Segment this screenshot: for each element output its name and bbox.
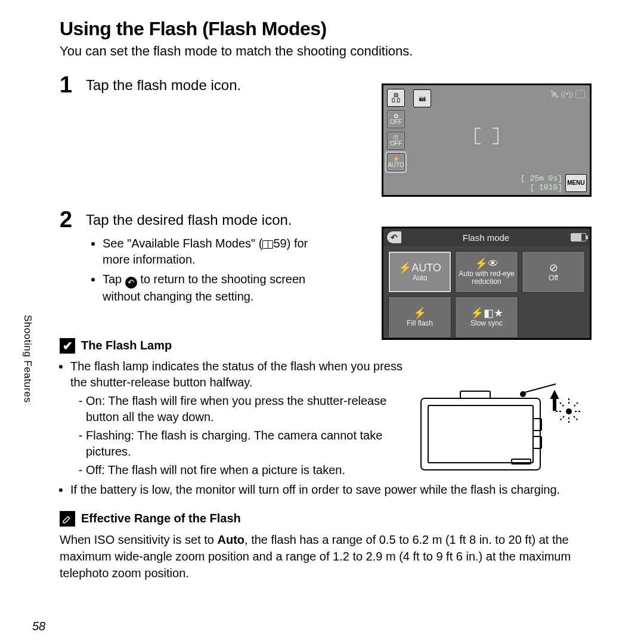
- svg-line-13: [560, 402, 564, 407]
- text: AUTO: [388, 162, 404, 168]
- note-title: Effective Range of the Flash: [81, 512, 241, 525]
- battery-icon: [571, 233, 586, 242]
- label: Auto with red-eye reduction: [457, 270, 516, 285]
- battery-icon: [575, 90, 585, 98]
- note2-paragraph: When ISO sensitivity is set to Auto, the…: [60, 531, 590, 581]
- step-2-heading: Tap the desired flash mode icon.: [86, 212, 590, 228]
- back-icon: ↶: [125, 277, 137, 289]
- self-timer-off-icon[interactable]: ⏱OFF: [387, 132, 405, 150]
- label: Fill flash: [407, 320, 433, 327]
- flash-option-off[interactable]: ⊘ Off: [522, 251, 585, 293]
- step-number: 2: [60, 208, 76, 231]
- page-number: 58: [32, 620, 45, 633]
- page-title: Using the Flash (Flash Modes): [60, 18, 590, 40]
- svg-point-3: [521, 392, 525, 397]
- svg-rect-2: [460, 391, 490, 398]
- text: Tap: [103, 273, 125, 286]
- label: Slow sync: [470, 320, 503, 327]
- flash-off-icon: ⊘: [549, 262, 558, 273]
- note1-li1: The flash lamp indicates the status of t…: [70, 358, 404, 478]
- flash-mode-auto-icon[interactable]: ⚡AUTO: [387, 153, 405, 171]
- flash-option-slow-sync[interactable]: ⚡◧★ Slow sync: [455, 296, 518, 338]
- text: 0.0: [392, 98, 400, 104]
- menu-title: Flash mode: [463, 233, 509, 243]
- note1-sub3: Off: The flash will not fire when a pict…: [86, 462, 404, 478]
- svg-point-8: [566, 409, 571, 414]
- book-icon: [262, 240, 273, 249]
- step-2-bullet-1: See "Available Flash Modes" (59) for mor…: [103, 236, 336, 268]
- note1-sub1: On: The flash will fire when you press t…: [86, 393, 396, 425]
- text: See "Available Flash Modes" (: [103, 237, 262, 250]
- ev-icon[interactable]: ▨0.0: [387, 89, 405, 107]
- note1-li2: If the battery is low, the monitor will …: [70, 482, 590, 498]
- flash-redeye-icon: ⚡👁: [475, 258, 499, 269]
- step-2-bullet-2: Tap ↶ to return to the shooting screen w…: [103, 271, 336, 305]
- rec-time: [ 25m 0s]: [521, 175, 562, 184]
- shooting-mode-icon[interactable]: 📷: [413, 89, 431, 107]
- svg-line-4: [525, 384, 556, 392]
- side-tab-label: Shooting Features: [21, 315, 33, 402]
- step-number: 1: [60, 73, 76, 96]
- text-bold: Auto: [218, 533, 245, 546]
- flash-slow-sync-icon: ⚡◧★: [470, 308, 503, 318]
- note1-sub2: Flashing: The flash is charging. The cam…: [86, 428, 396, 460]
- shots-remaining: [ 1010]: [521, 184, 562, 193]
- focus-brackets: [475, 128, 499, 144]
- svg-line-14: [574, 416, 578, 420]
- note-effective-range: Effective Range of the Flash When ISO se…: [60, 511, 590, 581]
- camera-screen-flash-menu: ↶ Flash mode ⚡AUTO Auto ⚡👁 Auto with red…: [382, 227, 592, 340]
- flash-auto-icon: ⚡AUTO: [398, 262, 441, 273]
- page-subtitle: You can set the flash mode to match the …: [60, 44, 590, 59]
- svg-rect-1: [428, 405, 533, 463]
- check-icon: ✔: [60, 338, 75, 354]
- label: Off: [549, 274, 558, 282]
- label: Auto: [413, 274, 428, 282]
- flash-option-auto[interactable]: ⚡AUTO Auto: [388, 251, 451, 293]
- camera-screen-shooting: ▨0.0 ✿OFF ⏱OFF ⚡AUTO 📷 🛰 ((•)) [ 25m 0s]…: [382, 83, 592, 197]
- menu-button[interactable]: MENU: [565, 174, 587, 192]
- flash-option-fill[interactable]: ⚡ Fill flash: [388, 296, 451, 338]
- svg-line-15: [574, 402, 578, 407]
- note-title: The Flash Lamp: [81, 339, 172, 352]
- flash-fill-icon: ⚡: [413, 308, 426, 318]
- touch-af-off-icon[interactable]: ✿OFF: [387, 110, 405, 128]
- flash-option-redeye[interactable]: ⚡👁 Auto with red-eye reduction: [455, 251, 518, 293]
- text: OFF: [390, 119, 402, 125]
- camera-diagram: [419, 380, 592, 476]
- gps-icon: 🛰: [550, 89, 559, 99]
- text: When ISO sensitivity is set to: [60, 533, 218, 546]
- text: The flash lamp indicates the status of t…: [70, 360, 402, 389]
- status-readout: [ 25m 0s] [ 1010]: [521, 175, 562, 193]
- back-button[interactable]: ↶: [387, 231, 401, 243]
- text: OFF: [390, 141, 402, 147]
- pencil-icon: [60, 511, 75, 527]
- svg-line-16: [560, 416, 564, 420]
- vr-icon: ((•)): [561, 90, 573, 98]
